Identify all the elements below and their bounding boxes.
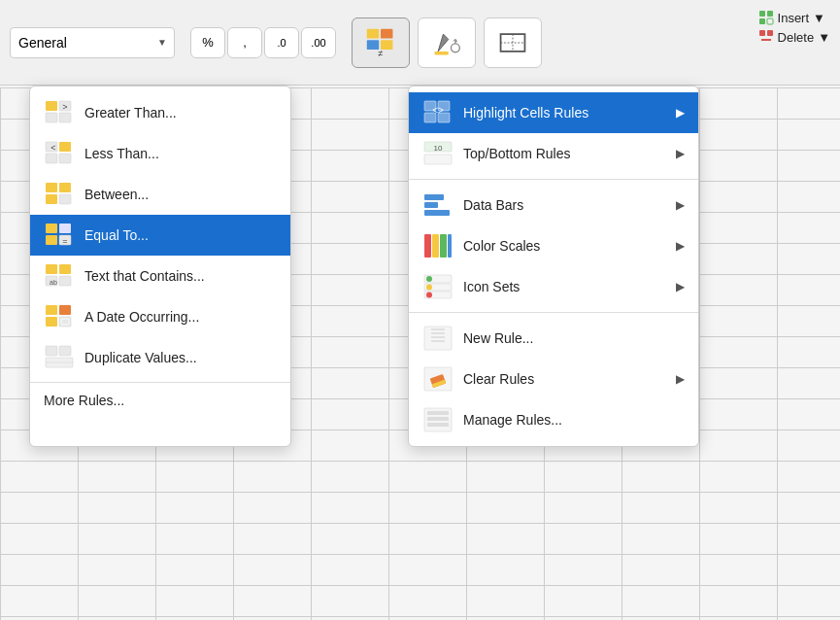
svg-rect-11: [767, 11, 773, 17]
icon-sets-icon: [422, 273, 454, 300]
decrease-decimal-btn[interactable]: .00: [301, 27, 336, 58]
svg-rect-12: [759, 18, 765, 24]
divider-1: [409, 179, 698, 180]
date-occurring-icon: [44, 303, 75, 330]
duplicate-values-icon: [44, 344, 75, 371]
svg-rect-63: [440, 234, 447, 258]
svg-text:10: 10: [434, 144, 443, 153]
svg-rect-71: [424, 327, 452, 350]
format-select[interactable]: General: [10, 27, 175, 58]
svg-rect-36: [46, 264, 57, 274]
increase-decimal-btn[interactable]: .0: [264, 27, 299, 58]
svg-rect-57: [424, 155, 452, 164]
color-scales-icon: [422, 232, 454, 259]
svg-rect-24: [46, 154, 57, 163]
svg-rect-60: [424, 210, 450, 216]
menu-item-equal-to[interactable]: = Equal To...: [30, 215, 290, 256]
menu-item-greater-than[interactable]: > Greater Than...: [30, 92, 290, 133]
svg-point-68: [426, 276, 432, 282]
svg-text:>: >: [62, 102, 67, 112]
text-contains-icon: ab: [44, 262, 75, 290]
menu-item-top-bottom[interactable]: 10 Top/Bottom Rules ▶: [409, 133, 698, 174]
between-icon: [44, 181, 75, 208]
svg-rect-17: [46, 101, 57, 111]
svg-text:≠: ≠: [379, 49, 384, 58]
svg-rect-13: [767, 18, 773, 24]
svg-rect-25: [59, 154, 71, 163]
more-rules-label: More Rules...: [44, 393, 124, 408]
highlight-cells-arrow: ▶: [676, 106, 685, 120]
left-submenu: > Greater Than... < Less Than...: [29, 86, 291, 447]
manage-rules-icon: [422, 406, 454, 433]
more-rules-item[interactable]: More Rules...: [30, 382, 290, 418]
svg-rect-27: [46, 183, 57, 192]
date-occurring-label: A Date Occurring...: [84, 309, 277, 325]
svg-rect-14: [759, 30, 765, 36]
svg-rect-15: [767, 30, 773, 36]
clear-rules-icon: [422, 365, 454, 393]
border-btn[interactable]: [484, 17, 542, 68]
svg-point-6: [451, 43, 459, 52]
svg-rect-47: [59, 346, 71, 356]
menu-item-clear-rules[interactable]: Clear Rules ▶: [409, 359, 698, 399]
svg-rect-41: [46, 305, 57, 315]
menu-item-text-contains[interactable]: ab Text that Contains...: [30, 256, 290, 296]
svg-rect-61: [424, 234, 431, 258]
clear-rules-label: Clear Rules: [463, 371, 666, 387]
insert-action[interactable]: Insert ▼: [758, 10, 830, 25]
manage-rules-label: Manage Rules...: [463, 412, 685, 428]
svg-text:<>: <>: [432, 105, 444, 116]
equal-to-label: Equal To...: [84, 227, 277, 243]
svg-rect-46: [46, 346, 57, 356]
format-select-wrapper[interactable]: General: [10, 27, 175, 58]
menu-item-color-scales[interactable]: Color Scales ▶: [409, 225, 698, 266]
svg-rect-62: [432, 234, 439, 258]
menu-item-icon-sets[interactable]: Icon Sets ▶: [409, 266, 698, 307]
delete-action[interactable]: Delete ▼: [758, 29, 830, 45]
svg-rect-82: [427, 423, 449, 427]
color-scales-arrow: ▶: [676, 239, 685, 253]
comma-btn[interactable]: ,: [227, 27, 262, 58]
svg-rect-33: [46, 235, 57, 245]
greater-than-icon: >: [44, 99, 75, 126]
svg-rect-31: [46, 224, 57, 233]
menu-item-duplicate-values[interactable]: Duplicate Values...: [30, 337, 290, 378]
svg-rect-1: [381, 28, 392, 38]
menu-item-date-occurring[interactable]: A Date Occurring...: [30, 296, 290, 337]
insert-arrow: ▼: [813, 11, 825, 25]
top-bottom-arrow: ▶: [676, 147, 685, 160]
fill-color-icon: [431, 27, 462, 58]
divider-2: [409, 312, 698, 313]
svg-text:ab: ab: [50, 279, 57, 286]
svg-rect-64: [448, 234, 452, 258]
menu-item-less-than[interactable]: < Less Than...: [30, 133, 290, 174]
svg-rect-58: [424, 194, 444, 200]
svg-rect-28: [59, 183, 71, 192]
percent-btn[interactable]: %: [190, 27, 225, 58]
delete-table-icon: [758, 29, 774, 45]
dropdown-container: > Greater Than... < Less Than...: [29, 86, 699, 447]
svg-rect-39: [59, 276, 71, 286]
right-main-menu: <> Highlight Cells Rules ▶ 10 Top/Bottom…: [408, 86, 699, 447]
menu-item-highlight-cells[interactable]: <> Highlight Cells Rules ▶: [409, 92, 698, 133]
menu-item-new-rule[interactable]: New Rule...: [409, 318, 698, 359]
svg-rect-5: [435, 51, 449, 54]
equal-to-icon: =: [44, 222, 75, 249]
svg-rect-2: [367, 40, 379, 50]
menu-item-manage-rules[interactable]: Manage Rules...: [409, 399, 698, 440]
conditional-format-icon: ≠: [365, 27, 396, 58]
svg-rect-23: [59, 142, 71, 152]
menu-item-data-bars[interactable]: Data Bars ▶: [409, 185, 698, 225]
menu-item-between[interactable]: Between...: [30, 174, 290, 215]
conditional-format-btn[interactable]: ≠: [352, 17, 410, 68]
highlight-cells-label: Highlight Cells Rules: [463, 105, 666, 121]
svg-rect-20: [59, 113, 71, 122]
svg-rect-19: [46, 113, 57, 122]
delete-label: Delete: [778, 30, 815, 45]
insert-label: Insert: [778, 11, 810, 25]
svg-rect-37: [59, 264, 71, 274]
greater-than-label: Greater Than...: [84, 105, 277, 121]
color-scales-label: Color Scales: [463, 238, 666, 254]
fill-color-btn[interactable]: [418, 17, 476, 68]
svg-point-69: [426, 285, 432, 291]
